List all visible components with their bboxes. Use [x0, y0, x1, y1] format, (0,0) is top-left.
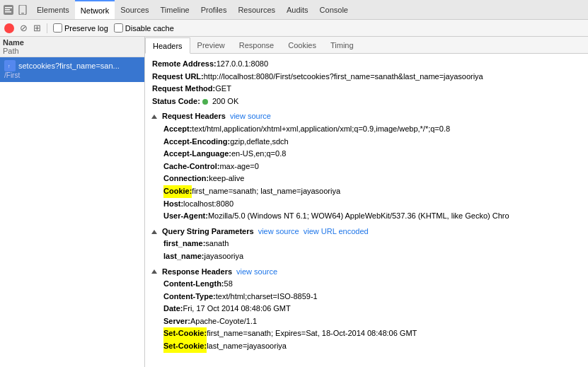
request-headers-view-source[interactable]: view source [230, 110, 271, 123]
date-row: Date: Fri, 17 Oct 2014 08:48:06 GMT [163, 303, 581, 315]
server-val: Apache-Coyote/1.1 [190, 315, 257, 328]
last-name-row: last_name: jayasooriya [163, 250, 581, 263]
query-string-section: Query String Parameters view source view… [152, 226, 581, 238]
cookie-key: Cookie: [163, 185, 192, 198]
host-val: localhost:8080 [183, 198, 234, 211]
tab-headers[interactable]: Headers [145, 37, 190, 54]
tab-network[interactable]: Network [75, 0, 115, 19]
status-code-val: 200 OK [200, 95, 238, 108]
request-headers-body: Accept: text/html,application/xhtml+xml,… [152, 123, 581, 223]
devtools-tab-bar: Elements Network Sources Timeline Profil… [0, 0, 588, 20]
request-name: setcookies?first_name=san... [18, 62, 120, 70]
accept-val: text/html,application/xhtml+xml,applicat… [192, 123, 450, 136]
connection-val: keep-alive [209, 173, 244, 185]
status-code-key: Status Code: [152, 95, 200, 108]
tab-timing[interactable]: Timing [323, 37, 361, 53]
content-type-row: Content-Type: text/html;charset=ISO-8859… [163, 291, 581, 303]
first-name-row: first_name: sanath [163, 238, 581, 250]
accept-language-key: Accept-Language: [163, 148, 231, 161]
connection-row: Connection: keep-alive [163, 173, 581, 185]
status-code-row: Status Code: 200 OK [152, 95, 581, 108]
date-key: Date: [163, 303, 183, 315]
toolbar-separator [47, 23, 47, 33]
remote-address-row: Remote Address: 127.0.0.1:8080 [152, 58, 581, 71]
tab-audits[interactable]: Audits [281, 0, 314, 19]
mobile-icon[interactable] [17, 4, 28, 16]
accept-row: Accept: text/html,application/xhtml+xml,… [163, 123, 581, 136]
set-cookie-2-row: Set-Cookie: last_name=jayasooriya [163, 340, 581, 353]
tab-preview[interactable]: Preview [190, 37, 232, 53]
network-toolbar: ⊘ ⊞ Preserve log Disable cache [0, 20, 588, 37]
accept-key: Accept: [163, 123, 192, 136]
tab-cookies[interactable]: Cookies [281, 37, 323, 53]
request-list-item[interactable]: ↑ setcookies?first_name=san... /First [0, 57, 144, 82]
preserve-log-checkbox[interactable] [53, 23, 62, 33]
tab-timeline[interactable]: Timeline [155, 0, 195, 19]
first-name-val: sanath [205, 238, 229, 250]
request-headers-section: Request Headers view source [152, 110, 581, 123]
accept-language-row: Accept-Language: en-US,en;q=0.8 [163, 148, 581, 161]
triangle-icon-2 [151, 230, 157, 234]
query-string-view-url[interactable]: view URL encoded [304, 226, 369, 238]
svg-rect-3 [5, 11, 11, 13]
accept-encoding-key: Accept-Encoding: [163, 136, 230, 148]
path-column-header: Path [3, 47, 142, 55]
left-panel-header: Name Path [0, 37, 144, 57]
request-method-val: GET [215, 83, 231, 95]
preserve-log-group: Preserve log [53, 23, 108, 33]
server-row: Server: Apache-Coyote/1.1 [163, 315, 581, 328]
headers-content: Remote Address: 127.0.0.1:8080 Request U… [145, 54, 588, 367]
request-url-key: Request URL: [152, 71, 204, 83]
tab-response[interactable]: Response [232, 37, 282, 53]
accept-language-val: en-US,en;q=0.8 [231, 148, 286, 161]
content-length-row: Content-Length: 58 [163, 278, 581, 291]
tab-console[interactable]: Console [314, 0, 354, 19]
triangle-icon-3 [151, 269, 157, 274]
user-agent-row: User-Agent: Mozilla/5.0 (Windows NT 6.1;… [163, 210, 581, 223]
tab-profiles[interactable]: Profiles [195, 0, 233, 19]
first-name-key: first_name: [163, 238, 205, 250]
response-headers-view-source[interactable]: view source [236, 266, 277, 279]
query-string-title: Query String Parameters [162, 226, 254, 238]
remote-address-key: Remote Address: [152, 58, 217, 71]
date-val: Fri, 17 Oct 2014 08:48:06 GMT [183, 303, 291, 315]
svg-rect-5 [21, 13, 24, 14]
main-container: Name Path ↑ setcookies?first_name=san...… [0, 37, 588, 367]
svg-rect-2 [5, 9, 10, 11]
disable-cache-label: Disable cache [125, 24, 174, 33]
sub-tab-bar: Headers Preview Response Cookies Timing [145, 37, 588, 54]
server-key: Server: [163, 315, 190, 328]
disable-cache-checkbox[interactable] [114, 23, 123, 33]
left-panel: Name Path ↑ setcookies?first_name=san...… [0, 37, 145, 367]
request-url-row: Request URL: http://localhost:8080/First… [152, 71, 581, 83]
cookie-val: first_name=sanath; last_name=jayasooriya [192, 185, 340, 198]
accept-encoding-row: Accept-Encoding: gzip,deflate,sdch [163, 136, 581, 148]
tab-sources[interactable]: Sources [115, 0, 154, 19]
accept-encoding-val: gzip,deflate,sdch [230, 136, 289, 148]
set-cookie-1-key: Set-Cookie: [163, 327, 207, 340]
filter-icon[interactable]: ⊞ [33, 23, 41, 33]
connection-key: Connection: [163, 173, 209, 185]
svg-rect-1 [5, 7, 12, 8]
set-cookie-1-val: first_name=sanath; Expires=Sat, 18-Oct-2… [207, 327, 417, 340]
record-stop-button[interactable] [4, 23, 14, 33]
content-length-val: 58 [224, 278, 233, 291]
status-dot [202, 99, 208, 105]
query-string-view-source[interactable]: view source [258, 226, 299, 238]
user-agent-key: User-Agent: [163, 210, 208, 223]
request-method-row: Request Method: GET [152, 83, 581, 95]
request-headers-title: Request Headers [162, 110, 226, 123]
content-type-val: text/html;charset=ISO-8859-1 [216, 291, 318, 303]
content-type-key: Content-Type: [163, 291, 216, 303]
clear-icon[interactable]: ⊘ [20, 23, 28, 33]
request-path: /First [4, 71, 140, 79]
response-headers-body: Content-Length: 58 Content-Type: text/ht… [152, 278, 581, 353]
user-agent-val: Mozilla/5.0 (Windows NT 6.1; WOW64) Appl… [208, 210, 509, 223]
tab-elements[interactable]: Elements [31, 0, 75, 19]
response-headers-section: Response Headers view source [152, 266, 581, 279]
right-panel: Headers Preview Response Cookies Timing … [145, 37, 588, 367]
tab-resources[interactable]: Resources [232, 0, 281, 19]
set-cookie-2-key: Set-Cookie: [163, 340, 207, 353]
set-cookie-1-row: Set-Cookie: first_name=sanath; Expires=S… [163, 327, 581, 340]
triangle-icon [151, 115, 157, 119]
